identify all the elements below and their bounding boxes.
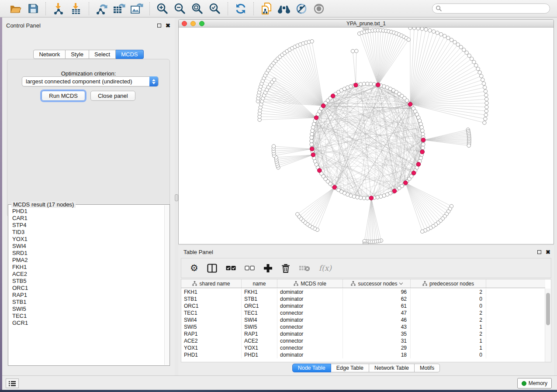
column-header-predecessor-nodes[interactable]: predecessor nodes — [411, 279, 486, 288]
table-cell[interactable]: dominator — [277, 303, 343, 309]
network-satellite-node[interactable] — [296, 212, 299, 216]
mcds-result-item[interactable]: PHD1 — [8, 208, 164, 215]
float-panel-icon[interactable] — [157, 24, 161, 28]
network-node[interactable] — [369, 82, 373, 86]
run-mcds-button[interactable]: Run MCDS — [42, 91, 85, 101]
deselect-all-rows-button[interactable] — [245, 261, 255, 275]
tab-network-table[interactable]: Network Table — [369, 364, 415, 372]
mcds-result-item[interactable]: SWI4 — [8, 243, 164, 250]
show-columns-button[interactable] — [207, 261, 217, 275]
network-graph[interactable] — [179, 28, 554, 244]
table-cell[interactable]: SWI5 — [181, 323, 242, 330]
table-cell[interactable]: connector — [277, 337, 343, 344]
network-satellite-node[interactable] — [416, 28, 420, 30]
column-header-name[interactable]: name — [242, 279, 277, 288]
network-satellite-node[interactable] — [484, 117, 487, 120]
mcds-hub-node[interactable] — [376, 83, 381, 87]
network-satellite-node[interactable] — [450, 38, 453, 41]
mcds-hub-node[interactable] — [317, 168, 322, 173]
table-cell[interactable]: ACE2 — [181, 337, 242, 344]
first-neighbors-button[interactable] — [277, 2, 291, 16]
table-cell[interactable]: 31 — [343, 337, 411, 344]
network-satellite-node[interactable] — [484, 109, 488, 113]
network-satellite-node[interactable] — [412, 28, 416, 30]
network-satellite-node[interactable] — [453, 40, 457, 44]
network-satellite-node[interactable] — [474, 64, 478, 67]
refresh-view-button[interactable] — [233, 2, 248, 16]
network-window-titlebar[interactable]: YPA_prune.txt_1 — [179, 20, 554, 28]
table-cell[interactable]: 0 — [411, 351, 486, 358]
network-node[interactable] — [419, 122, 422, 126]
network-node[interactable] — [376, 196, 379, 199]
mcds-result-item[interactable]: CAR1 — [8, 215, 164, 222]
column-header-MCDS-role[interactable]: MCDS role — [277, 279, 343, 288]
table-cell[interactable]: TEC1 — [181, 309, 242, 316]
network-satellite-node[interactable] — [470, 57, 474, 60]
column-header-shared-name[interactable]: shared name — [181, 279, 242, 288]
show-task-history-button[interactable] — [6, 378, 19, 388]
table-cell[interactable]: 18 — [343, 351, 411, 358]
table-cell[interactable]: RAP1 — [181, 330, 242, 337]
open-session-button[interactable] — [8, 2, 23, 16]
network-satellite-node[interactable] — [407, 38, 410, 41]
table-cell[interactable]: 1 — [411, 344, 486, 351]
table-cell[interactable]: 0 — [411, 296, 486, 303]
mcds-result-item[interactable]: GCR1 — [8, 320, 164, 327]
close-panel-icon[interactable]: ✖ — [166, 24, 170, 28]
delete-column-button[interactable] — [281, 261, 290, 275]
network-satellite-node[interactable] — [480, 74, 483, 78]
table-row-ORC1[interactable]: ORC1ORC1dominator610 — [181, 303, 545, 309]
memory-button[interactable]: Memory — [517, 378, 552, 389]
table-cell[interactable]: YOX1 — [181, 344, 242, 351]
table-row-RAP1[interactable]: RAP1RAP1dominator352 — [181, 330, 545, 337]
table-row-SWI4[interactable]: SWI4SWI4dominator462 — [181, 316, 545, 323]
table-cell[interactable]: ACE2 — [242, 337, 277, 344]
table-cell[interactable]: 2 — [411, 309, 486, 316]
network-satellite-node[interactable] — [446, 36, 450, 40]
tab-select[interactable]: Select — [89, 50, 116, 59]
result-list-scrollbar[interactable] — [164, 205, 169, 365]
table-cell[interactable]: dominator — [277, 330, 343, 337]
network-satellite-node[interactable] — [439, 32, 443, 36]
mcds-hub-node[interactable] — [332, 185, 337, 189]
table-row-YOX1[interactable]: YOX1YOX1connector291 — [181, 344, 545, 351]
mcds-hub-node[interactable] — [421, 138, 426, 142]
mcds-hub-node[interactable] — [403, 181, 408, 185]
network-satellite-node[interactable] — [272, 78, 276, 82]
table-cell[interactable]: 61 — [343, 303, 411, 309]
table-cell[interactable]: PHD1 — [242, 351, 277, 358]
mcds-result-item[interactable]: TEC1 — [8, 313, 164, 320]
network-node[interactable] — [422, 143, 425, 146]
table-cell[interactable]: 47 — [343, 309, 411, 316]
network-satellite-node[interactable] — [484, 93, 488, 97]
table-cell[interactable]: connector — [277, 344, 343, 351]
save-session-button[interactable] — [25, 2, 40, 16]
table-cell[interactable]: 2 — [411, 316, 486, 323]
close-panel-button[interactable]: Close panel — [90, 91, 135, 101]
tab-edge-table[interactable]: Edge Table — [331, 364, 369, 372]
zoom-selected-button[interactable] — [208, 2, 222, 16]
table-row-PHD1[interactable]: PHD1PHD1dominator180 — [181, 351, 545, 358]
table-cell[interactable]: STB1 — [242, 296, 277, 303]
table-cell[interactable]: FKH1 — [242, 289, 277, 296]
mcds-result-item[interactable]: SRD1 — [8, 250, 164, 257]
table-cell[interactable]: ORC1 — [181, 303, 242, 309]
network-satellite-node[interactable] — [272, 144, 275, 148]
network-node[interactable] — [311, 129, 314, 132]
network-satellite-node[interactable] — [408, 28, 412, 30]
mcds-hub-node[interactable] — [369, 196, 374, 200]
table-cell[interactable]: ORC1 — [242, 303, 277, 309]
criterion-dropdown[interactable]: largest connected component (undirected) — [22, 76, 159, 86]
network-node[interactable] — [421, 132, 425, 136]
table-cell[interactable]: 35 — [343, 330, 411, 337]
network-satellite-node[interactable] — [481, 78, 484, 82]
table-cell[interactable]: dominator — [277, 289, 343, 296]
network-node[interactable] — [310, 136, 313, 139]
mcds-result-item[interactable]: RAP1 — [8, 292, 164, 299]
network-satellite-node[interactable] — [484, 113, 488, 117]
network-satellite-node[interactable] — [428, 28, 432, 32]
table-scrollbar[interactable] — [545, 289, 550, 362]
close-table-panel-icon[interactable]: ✖ — [546, 250, 550, 254]
tab-style[interactable]: Style — [66, 50, 89, 59]
network-satellite-node[interactable] — [456, 43, 460, 46]
